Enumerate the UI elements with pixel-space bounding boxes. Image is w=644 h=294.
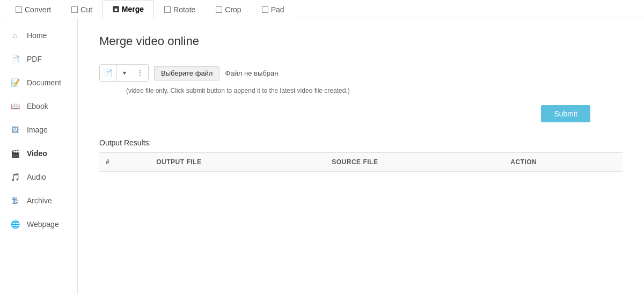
document-icon: 📝 [10,77,20,88]
tab-label-pad: Pad [271,5,284,14]
tab-label-crop: Crop [225,5,241,14]
page-title: Merge video online [99,34,623,48]
more-options-button[interactable]: ⋮ [132,65,148,81]
choose-file-button[interactable]: Выберите файл [154,66,219,80]
file-icon-button[interactable]: 📄 [100,65,116,81]
main-layout: ⌂Home📄PDF📝Document📖Ebook🖼Image🎬Video🎵Aud… [0,18,644,294]
ebook-icon: 📖 [10,101,20,112]
col-header-number: # [99,153,150,172]
icon-button-group: 📄 ▾ ⋮ [99,64,149,82]
tab-label-merge: Merge [122,5,144,13]
tab-label-cut: Cut [80,5,92,14]
dropdown-icon-button[interactable]: ▾ [116,65,132,81]
tab-convert[interactable]: Convert [5,0,61,18]
sidebar-label-home: Home [27,31,47,40]
sidebar-item-ebook[interactable]: 📖Ebook [0,94,77,118]
sidebar-item-document[interactable]: 📝Document [0,71,77,94]
tab-crop[interactable]: Crop [206,0,251,18]
sidebar-item-audio[interactable]: 🎵Audio [0,165,77,189]
sidebar-item-video[interactable]: 🎬Video [0,142,77,165]
col-header-action: ACTION [504,153,623,172]
file-name-display: Файл не выбран [225,69,278,77]
content-area: Merge video online 📄 ▾ ⋮ Выберите файл Ф… [78,18,644,294]
tab-label-convert: Convert [25,5,51,14]
sidebar-label-ebook: Ebook [27,102,48,111]
tab-checkbox-convert [16,6,22,13]
audio-icon: 🎵 [10,172,20,182]
sidebar-label-image: Image [27,126,48,134]
sidebar-item-image[interactable]: 🖼Image [0,118,77,142]
tab-bar: ConvertCut■MergeRotateCropPad [0,0,644,18]
video-icon: 🎬 [10,148,20,159]
col-header-source: SOURCE FILE [325,153,504,172]
archive-icon: 🗜 [10,195,20,206]
col-header-output: OUTPUT FILE [150,153,325,172]
sidebar-label-document: Document [27,78,61,87]
sidebar-item-webpage[interactable]: 🌐Webpage [0,212,77,236]
tab-checkbox-rotate [164,6,171,13]
tab-checkbox-crop [216,6,222,13]
tab-merge[interactable]: ■Merge [103,0,154,18]
pdf-icon: 📄 [10,54,20,64]
tab-label-rotate: Rotate [173,5,195,14]
sidebar: ⌂Home📄PDF📝Document📖Ebook🖼Image🎬Video🎵Aud… [0,18,78,294]
sidebar-item-pdf[interactable]: 📄PDF [0,47,77,71]
submit-button[interactable]: Submit [541,105,590,122]
image-icon: 🖼 [10,124,20,135]
tab-checkbox-cut [71,6,78,13]
tab-checkbox-merge: ■ [113,6,119,12]
output-title: Output Results: [99,138,623,147]
sidebar-label-webpage: Webpage [27,220,59,229]
upload-hint: (video file only. Click submit button to… [126,87,623,94]
sidebar-label-video: Video [27,149,47,158]
tab-checkbox-pad [262,6,268,13]
home-icon: ⌂ [10,30,20,41]
webpage-icon: 🌐 [10,219,20,230]
sidebar-item-home[interactable]: ⌂Home [0,24,77,47]
sidebar-label-archive: Archive [27,196,52,205]
sidebar-item-archive[interactable]: 🗜Archive [0,189,77,212]
sidebar-label-pdf: PDF [27,55,42,63]
upload-area: 📄 ▾ ⋮ Выберите файл Файл не выбран [99,64,623,82]
results-table: # OUTPUT FILE SOURCE FILE ACTION [99,152,623,172]
tab-rotate[interactable]: Rotate [154,0,206,18]
tab-cut[interactable]: Cut [61,0,103,18]
submit-area: Submit [99,105,623,122]
tab-pad[interactable]: Pad [252,0,295,18]
sidebar-label-audio: Audio [27,173,46,181]
table-header-row: # OUTPUT FILE SOURCE FILE ACTION [99,153,623,172]
output-section: Output Results: # OUTPUT FILE SOURCE FIL… [99,138,623,172]
